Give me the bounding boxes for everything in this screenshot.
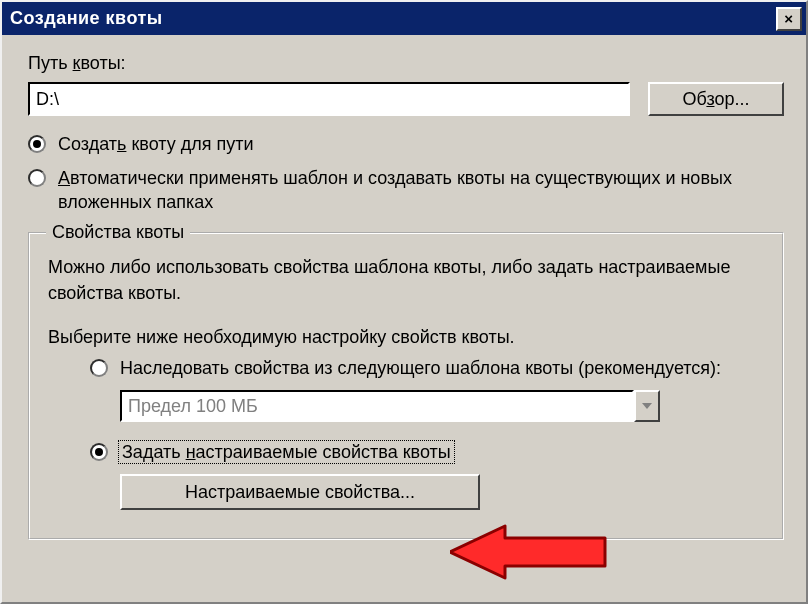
- custom-button-wrap: Настраиваемые свойства...: [120, 474, 764, 510]
- radio-custom-row[interactable]: Задать настраиваемые свойства квоты: [90, 440, 764, 464]
- custom-properties-label: Настраиваемые свойства...: [185, 482, 415, 502]
- radio-custom-post: астраиваемые свойства квоты: [196, 442, 451, 462]
- radio-inherit[interactable]: [90, 359, 108, 377]
- path-label-pre: Путь: [28, 53, 73, 73]
- radio-auto-label: Автоматически применять шаблон и создава…: [58, 166, 784, 214]
- template-combo-button[interactable]: [634, 390, 660, 422]
- path-label: Путь квоты:: [28, 53, 126, 74]
- radio-custom-label: Задать настраиваемые свойства квоты: [120, 440, 453, 464]
- template-combo[interactable]: Предел 100 МБ: [120, 390, 634, 422]
- custom-properties-button[interactable]: Настраиваемые свойства...: [120, 474, 480, 510]
- radio-custom[interactable]: [90, 443, 108, 461]
- close-button[interactable]: ×: [776, 7, 802, 31]
- template-combo-wrap: Предел 100 МБ: [120, 390, 660, 422]
- radio-create-label: Создать квоту для пути: [58, 132, 254, 156]
- info-text: Можно либо использовать свойства шаблона…: [48, 254, 764, 306]
- radio-inherit-row[interactable]: Наследовать свойства из следующего шабло…: [90, 356, 764, 380]
- radio-auto-post: втоматически применять шаблон и создават…: [58, 168, 732, 212]
- client-area: Путь квоты: Обзор... Создать квоту для п…: [2, 35, 806, 550]
- radio-custom-accel: н: [186, 442, 196, 462]
- radio-inherit-label: Наследовать свойства из следующего шабло…: [120, 356, 721, 380]
- radio-create-row[interactable]: Создать квоту для пути: [28, 132, 784, 156]
- window-title: Создание квоты: [10, 8, 776, 29]
- radio-auto-row[interactable]: Автоматически применять шаблон и создава…: [28, 166, 784, 214]
- browse-post: ор...: [714, 89, 749, 109]
- radio-create-accel: ь: [117, 134, 126, 154]
- quota-properties-group: Свойства квоты Можно либо использовать с…: [28, 232, 784, 540]
- chevron-down-icon: [642, 403, 652, 409]
- radio-custom-pre: Задать: [122, 442, 186, 462]
- close-icon: ×: [784, 10, 793, 27]
- svg-marker-0: [642, 403, 652, 409]
- titlebar: Создание квоты ×: [2, 2, 806, 35]
- template-combo-value: Предел 100 МБ: [128, 396, 258, 417]
- browse-pre: Об: [682, 89, 706, 109]
- radio-auto[interactable]: [28, 169, 46, 187]
- group-legend: Свойства квоты: [46, 222, 190, 243]
- path-row: Обзор...: [28, 82, 784, 116]
- radio-auto-accel: А: [58, 168, 70, 188]
- prompt-text: Выберите ниже необходимую настройку свой…: [48, 324, 764, 350]
- path-label-post: воты:: [80, 53, 125, 73]
- radio-create-post: квоту для пути: [126, 134, 253, 154]
- dialog-window: Создание квоты × Путь квоты: Обзор... Со…: [0, 0, 808, 604]
- browse-button[interactable]: Обзор...: [648, 82, 784, 116]
- path-input[interactable]: [28, 82, 630, 116]
- radio-create-pre: Создат: [58, 134, 117, 154]
- radio-create[interactable]: [28, 135, 46, 153]
